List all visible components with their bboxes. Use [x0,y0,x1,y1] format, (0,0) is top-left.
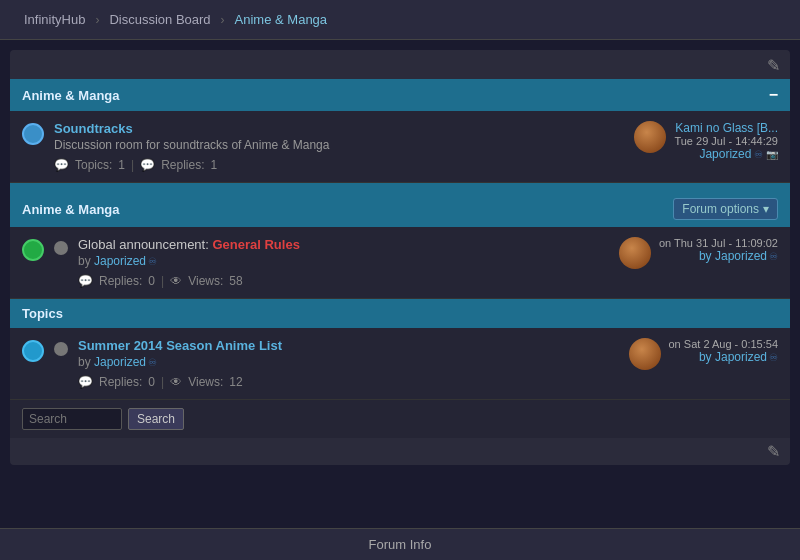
last-post-info: Kami no Glass [B... Tue 29 Jul - 14:44:2… [674,121,778,161]
topics-value: 1 [118,158,125,172]
topic-author-0[interactable]: Japorized ♾ [94,355,157,369]
replies-label: Replies: [161,158,204,172]
topic-replies-val-0: 0 [148,375,155,389]
topic-row-0: Summer 2014 Season Anime List by Japoriz… [10,328,790,400]
announce-avatar [619,237,651,269]
edit-icon-top[interactable]: ✎ [767,56,780,75]
chat-icon-topics: 💬 [54,158,69,172]
topic-status-icon-0 [22,340,44,362]
forum-icon-soundtracks [22,123,44,145]
announce-last-user: by Japorized ♾ [659,249,778,263]
announce-last-username[interactable]: Japorized ♾ [715,249,778,263]
top-edit-area: ✎ [10,50,790,79]
topic-views-label-0: Views: [188,375,223,389]
topics-label: Topics: [75,158,112,172]
topics-header: Topics [10,299,790,328]
search-input[interactable] [22,408,122,430]
last-post-title[interactable]: Kami no Glass [B... [674,121,778,135]
announce-replies-val: 0 [148,274,155,288]
announcement-title-text[interactable]: General Rules [212,237,299,252]
forum-right-soundtracks: Kami no Glass [B... Tue 29 Jul - 14:44:2… [578,121,778,161]
nav-item-infinityhub[interactable]: InfinityHub [14,8,95,31]
edit-icon-bottom[interactable]: ✎ [767,442,780,461]
topic-last-date-0: on Sat 2 Aug - 0:15:54 [669,338,779,350]
avatar-last-post [634,121,666,153]
topic-title-0[interactable]: Summer 2014 Season Anime List [78,338,568,353]
top-navigation: InfinityHub › Discussion Board › Anime &… [0,0,800,40]
section2-header: Anime & Manga Forum options ▾ [10,191,790,227]
nav-item-anime-manga[interactable]: Anime & Manga [225,8,338,31]
section1-header: Anime & Manga − [10,79,790,111]
announce-last-date-val: Thu 31 Jul - 11:09:02 [674,237,778,249]
search-button[interactable]: Search [128,408,184,430]
bottom-edit-area: ✎ [10,438,790,465]
announce-stats-sep: | [161,274,164,288]
announcement-label: Global announcement: [78,237,209,252]
announce-last-post: on Thu 31 Jul - 11:09:02 by Japorized ♾ [659,237,778,263]
topic-main-0: Summer 2014 Season Anime List by Japoriz… [78,338,568,389]
nav-item-discussion-board[interactable]: Discussion Board [99,8,220,31]
chat-icon-replies: 💬 [140,158,155,172]
replies-value: 1 [211,158,218,172]
announcement-right: on Thu 31 Jul - 11:09:02 by Japorized ♾ [578,237,778,269]
announce-views-label: Views: [188,274,223,288]
search-bar: Search [10,400,790,438]
announcement-main: Global announcement: General Rules by Ja… [78,237,568,288]
blue-divider [10,183,790,191]
topic-right-0: on Sat 2 Aug - 0:15:54 by Japorized ♾ [578,338,778,370]
forum-desc-soundtracks: Discussion room for soundtracks of Anime… [54,138,568,152]
section2-title: Anime & Manga [22,202,120,217]
topic-last-username-0[interactable]: Japorized ♾ [715,350,778,364]
announce-chat-icon: 💬 [78,274,93,288]
forum-row-soundtracks: Soundtracks Discussion room for soundtra… [10,111,790,183]
topic-pin-icon-0 [54,342,68,356]
forum-stats-soundtracks: 💬 Topics: 1 | 💬 Replies: 1 [54,158,568,172]
topic-chat-icon-0: 💬 [78,375,93,389]
forum-info-footer: Forum Info [0,528,800,560]
main-content: ✎ Anime & Manga − Soundtracks Discussion… [10,50,790,465]
forum-title-soundtracks[interactable]: Soundtracks [54,121,568,136]
section1-title: Anime & Manga [22,88,120,103]
topic-stats-0: 💬 Replies: 0 | 👁 Views: 12 [78,375,568,389]
announcement-status-icon [22,239,44,261]
announcement-pin-icon [54,241,68,255]
topic-replies-label-0: Replies: [99,375,142,389]
last-post-user[interactable]: Japorized ♾ 📷 [674,147,778,161]
stats-sep: | [131,158,134,172]
forum-options-button[interactable]: Forum options ▾ [673,198,778,220]
announce-replies-label: Replies: [99,274,142,288]
announcement-title: Global announcement: General Rules [78,237,568,252]
section1-collapse-btn[interactable]: − [769,86,778,104]
announcement-author[interactable]: Japorized ♾ [94,254,157,268]
last-post-date: Tue 29 Jul - 14:44:29 [674,135,778,147]
announce-last-date: on Thu 31 Jul - 11:09:02 [659,237,778,249]
topic-last-user-0: by Japorized ♾ [669,350,779,364]
announce-views-val: 58 [229,274,242,288]
topic-views-val-0: 12 [229,375,242,389]
topic-last-post-0: on Sat 2 Aug - 0:15:54 by Japorized ♾ [669,338,779,364]
topic-views-icon-0: 👁 [170,375,182,389]
footer-label[interactable]: Forum Info [369,537,432,552]
announce-views-icon: 👁 [170,274,182,288]
announcement-row: Global announcement: General Rules by Ja… [10,227,790,299]
announcement-stats: 💬 Replies: 0 | 👁 Views: 58 [78,274,568,288]
forum-main-soundtracks: Soundtracks Discussion room for soundtra… [54,121,568,172]
topic-avatar-0 [629,338,661,370]
topic-stats-sep-0: | [161,375,164,389]
announcement-by: by Japorized ♾ [78,254,568,268]
topic-by-0: by Japorized ♾ [78,355,568,369]
